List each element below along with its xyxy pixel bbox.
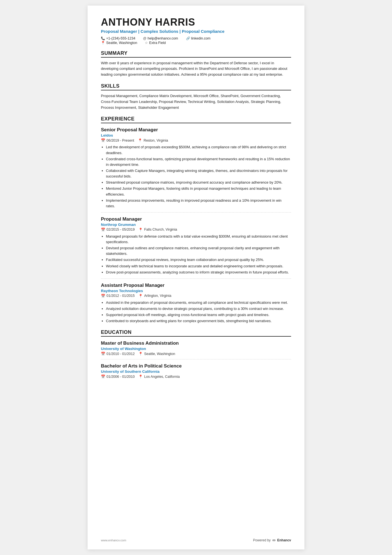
job-2-meta: 📅 01/2012 - 01/2015 📍 Arlington, Virgini… <box>101 294 291 298</box>
phone-icon: 📞 <box>101 36 105 40</box>
location-icon: 📍 <box>101 41 105 45</box>
job-2: Assistant Proposal Manager Raytheon Tech… <box>101 283 291 324</box>
location-icon-0: 📍 <box>138 138 142 142</box>
job-0-meta: 📅 06/2019 - Present 📍 Reston, Virginia <box>101 138 291 142</box>
candidate-title: Proposal Manager | Complex Solutions | P… <box>101 29 291 34</box>
summary-title: SUMMARY <box>101 50 291 58</box>
bullet-1-0: Managed proposals for defense contracts … <box>106 234 291 245</box>
calendar-icon-1: 📅 <box>101 228 105 232</box>
footer-brand: Powered by ∞ Enhancv <box>253 538 291 543</box>
bullet-0-3: Streamlined proposal compliance matrices… <box>106 180 291 185</box>
edu-0-meta: 📅 01/2010 - 01/2012 📍 Seattle, Washingto… <box>101 352 291 356</box>
summary-section: SUMMARY With over 8 years of experience … <box>101 50 291 78</box>
edu-0-degree: Master of Business Administration <box>101 341 291 346</box>
calendar-icon-edu-0: 📅 <box>101 352 105 356</box>
edu-0-school: University of Washington <box>101 347 291 351</box>
job-1-meta: 📅 02/2015 - 05/2019 📍 Falls Church, Virg… <box>101 228 291 232</box>
job-0-title: Senior Proposal Manager <box>101 127 291 133</box>
job-0-dates: 📅 06/2019 - Present <box>101 138 134 142</box>
job-0-location: 📍 Reston, Virginia <box>138 138 168 142</box>
location-icon-edu-0: 📍 <box>138 352 143 356</box>
footer-url: www.enhancv.com <box>101 539 126 542</box>
bullet-1-4: Drove post-proposal assessments, analyzi… <box>106 270 291 275</box>
linkedin-icon: 🔗 <box>186 36 190 40</box>
job-1-company: Northrop Grumman <box>101 223 291 227</box>
job-0: Senior Proposal Manager Leidos 📅 06/2019… <box>101 127 291 213</box>
contact-location: 📍 Seattle, Washington <box>101 41 137 45</box>
powered-by-text: Powered by <box>253 538 271 542</box>
edu-0: Master of Business Administration Univer… <box>101 341 291 359</box>
education-section: EDUCATION Master of Business Administrat… <box>101 329 291 379</box>
star-icon: ☆ <box>145 41 148 45</box>
footer: www.enhancv.com Powered by ∞ Enhancv <box>101 538 291 543</box>
edu-0-divider <box>101 359 291 359</box>
bullet-2-0: Assisted in the preparation of proposal … <box>106 300 291 305</box>
bullet-0-1: Coordinated cross-functional teams, opti… <box>106 156 291 167</box>
contact-linkedin: 🔗 linkedin.com <box>186 36 210 40</box>
contact-phone: 📞 +1-(234)-555-1234 <box>101 36 135 40</box>
contact-extra: ☆ Extra Field <box>145 41 166 45</box>
resume-container: ANTHONY HARRIS Proposal Manager | Comple… <box>88 6 304 549</box>
job-2-bullets: Assisted in the preparation of proposal … <box>101 300 291 324</box>
edu-1-dates: 📅 01/2006 - 01/2010 <box>101 374 135 379</box>
job-0-bullets: Led the development of proposals exceedi… <box>101 144 291 209</box>
edu-0-dates: 📅 01/2010 - 01/2012 <box>101 352 135 356</box>
edu-1-degree: Bachelor of Arts in Political Science <box>101 363 291 369</box>
calendar-icon-edu-1: 📅 <box>101 374 105 379</box>
bullet-2-2: Supported proposal kick-off meetings, al… <box>106 312 291 318</box>
contact-email: @ help@enhancv.com <box>143 36 178 40</box>
contact-row-1: 📞 +1-(234)-555-1234 @ help@enhancv.com 🔗… <box>101 36 291 40</box>
edu-1-school: University of Southern California <box>101 369 291 374</box>
edu-1: Bachelor of Arts in Political Science Un… <box>101 363 291 379</box>
skills-section: SKILLS Proposal Management, Compliance M… <box>101 83 291 110</box>
job-1-location: 📍 Falls Church, Virginia <box>138 228 177 232</box>
edu-0-location: 📍 Seattle, Washington <box>138 352 175 356</box>
skills-title: SKILLS <box>101 83 291 90</box>
bullet-0-4: Mentored Junior Proposal Managers, foste… <box>106 186 291 197</box>
job-2-dates: 📅 01/2012 - 01/2015 <box>101 294 135 298</box>
bullet-0-5: Implemented process improvements, result… <box>106 198 291 209</box>
bullet-1-1: Devised proposal outlines and compliance… <box>106 245 291 256</box>
summary-text: With over 8 years of experience in propo… <box>101 60 291 78</box>
job-1: Proposal Manager Northrop Grumman 📅 02/2… <box>101 216 291 279</box>
job-1-dates: 📅 02/2015 - 05/2019 <box>101 228 135 232</box>
resume-header: ANTHONY HARRIS Proposal Manager | Comple… <box>101 17 291 45</box>
job-0-divider <box>101 212 291 213</box>
bullet-0-2: Collaborated with Capture Managers, inte… <box>106 168 291 179</box>
location-icon-edu-1: 📍 <box>138 374 143 379</box>
bullet-1-3: Worked closely with technical teams to i… <box>106 263 291 269</box>
enhancv-brand-name: Enhancv <box>277 538 291 542</box>
job-1-bullets: Managed proposals for defense contracts … <box>101 234 291 275</box>
contact-row-2: 📍 Seattle, Washington ☆ Extra Field <box>101 41 291 45</box>
bullet-0-0: Led the development of proposals exceedi… <box>106 144 291 156</box>
experience-title: EXPERIENCE <box>101 116 291 123</box>
bullet-1-2: Facilitated successful proposal reviews,… <box>106 257 291 263</box>
job-0-company: Leidos <box>101 133 291 137</box>
email-icon: @ <box>143 36 147 40</box>
candidate-name: ANTHONY HARRIS <box>101 17 291 28</box>
job-1-divider <box>101 278 291 279</box>
calendar-icon-2: 📅 <box>101 294 105 298</box>
job-2-location: 📍 Arlington, Virginia <box>138 294 171 298</box>
bullet-2-1: Analyzed solicitation documents to devis… <box>106 306 291 312</box>
edu-1-meta: 📅 01/2006 - 01/2010 📍 Los Angeles, Calif… <box>101 374 291 379</box>
bullet-2-3: Contributed to storyboards and writing p… <box>106 318 291 324</box>
edu-1-location: 📍 Los Angeles, California <box>138 374 180 379</box>
job-2-company: Raytheon Technologies <box>101 289 291 293</box>
job-1-title: Proposal Manager <box>101 216 291 222</box>
job-2-title: Assistant Proposal Manager <box>101 283 291 288</box>
skills-text: Proposal Management, Compliance Matrix D… <box>101 93 291 110</box>
education-title: EDUCATION <box>101 329 291 337</box>
location-icon-2: 📍 <box>138 294 143 298</box>
enhancv-logo-icon: ∞ <box>272 538 276 543</box>
experience-section: EXPERIENCE Senior Proposal Manager Leido… <box>101 116 291 324</box>
location-icon-1: 📍 <box>138 228 143 232</box>
calendar-icon-0: 📅 <box>101 138 105 142</box>
